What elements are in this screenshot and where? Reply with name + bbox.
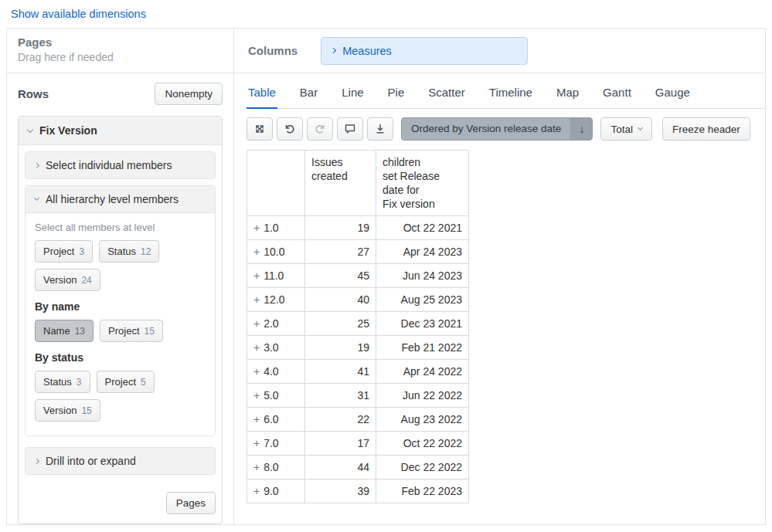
fix-version-panel-body: Select individual members All hierarchy … [19,145,222,481]
level-chip-name[interactable]: Name13 [35,320,94,342]
expand-icon[interactable]: + [253,341,260,354]
expand-icon[interactable]: + [253,293,260,306]
fix-version-panel-header[interactable]: Fix Version [19,117,222,145]
expand-icon[interactable]: + [253,269,260,282]
version-cell: +1.0 [247,216,305,240]
expand-icon[interactable]: + [253,317,260,330]
expand-icon[interactable]: + [253,461,260,473]
level-chip-project[interactable]: Project15 [100,320,163,342]
drill-into-or-expand-bar[interactable]: Drill into or expand [25,447,216,475]
release-date-cell: Dec 23 2021 [376,312,469,336]
version-label[interactable]: 7.0 [264,437,278,449]
tab-pie[interactable]: Pie [386,81,406,108]
columns-zone-title: Columns [248,44,298,57]
version-cell: +9.0 [247,479,305,503]
undo-button[interactable] [277,117,303,141]
report-builder: Show available dimensions Pages Drag her… [0,0,772,531]
order-by-button[interactable]: Ordered by Version release date ↓ [401,117,593,141]
results-table-head: Issues createdchildren set Release date … [247,151,469,216]
level-chips: Project3Status12Version24 [35,240,206,291]
select-individual-members-bar[interactable]: Select individual members [25,151,216,179]
chip-label: Version [43,274,77,286]
order-by-button-label: Ordered by Version release date [402,118,570,140]
table-body: +1.019Oct 22 2021+10.027Apr 24 2023+11.0… [247,216,469,503]
table-row: +3.019Feb 21 2022 [247,336,469,360]
total-dropdown-label: Total [610,124,633,135]
all-hierarchy-levels-header[interactable]: All hierarchy level members [26,186,215,213]
freeze-header-label: Freeze header [672,124,740,135]
release-date-cell: Oct 22 2021 [376,216,469,240]
tab-gantt[interactable]: Gantt [601,81,633,108]
tab-scatter[interactable]: Scatter [427,81,467,108]
dimension-name: Fix Version [39,124,97,137]
version-label[interactable]: 9.0 [264,485,278,497]
issues-created-cell: 22 [305,408,376,432]
level-chip-version[interactable]: Version24 [35,269,100,291]
issues-created-cell: 19 [305,336,376,360]
table-row: +9.039Feb 22 2023 [247,479,469,503]
row-header-spacer [247,151,305,216]
chart-zone: TableBarLinePieScatterTimelineMapGanttGa… [234,73,765,524]
expand-icon[interactable]: + [253,437,260,449]
version-cell: +2.0 [247,312,305,336]
version-label[interactable]: 5.0 [264,389,278,402]
column-header[interactable]: Issues created [305,151,376,216]
table-row: +1.019Oct 22 2021 [247,216,469,240]
expand-icon[interactable]: + [253,222,260,234]
measures-dimension-chip[interactable]: Measures [321,37,528,65]
freeze-header-button[interactable]: Freeze header [662,117,750,141]
tab-bar[interactable]: Bar [298,81,319,108]
redo-button[interactable] [307,117,333,141]
all-hierarchy-levels-content: Select all members at level Project3Stat… [26,213,215,435]
show-dimensions-link[interactable]: Show available dimensions [11,8,146,20]
expand-icon[interactable]: + [253,389,260,402]
version-label[interactable]: 3.0 [264,341,278,354]
chip-label: Name [43,325,70,337]
expand-icon[interactable]: + [253,413,260,425]
version-label[interactable]: 1.0 [264,222,278,234]
move-to-pages-button[interactable]: Pages [166,492,216,514]
version-label[interactable]: 2.0 [264,317,278,330]
version-label[interactable]: 8.0 [264,461,278,473]
level-chip-status[interactable]: Status12 [99,240,159,263]
chip-label: Project [105,376,136,388]
comment-button[interactable] [337,117,363,141]
version-label[interactable]: 12.0 [264,293,284,306]
tab-gauge[interactable]: Gauge [654,81,692,108]
table-row: +4.041Apr 24 2022 [247,360,469,384]
export-button[interactable] [367,117,393,141]
chevron-right-icon [331,48,336,53]
report-board: Pages Drag here if needed Rows Nonempty … [6,28,766,525]
version-label[interactable]: 4.0 [264,365,278,378]
tab-line[interactable]: Line [340,81,365,108]
chip-label: Version [43,405,77,416]
chip-count: 15 [81,405,91,416]
total-dropdown-button[interactable]: Total [600,117,652,141]
level-chip-project[interactable]: Project3 [35,240,93,263]
version-label[interactable]: 10.0 [264,246,284,258]
column-header[interactable]: children set Release date for Fix versio… [376,151,469,216]
expand-icon[interactable]: + [253,365,260,378]
table-row: +6.022Aug 23 2022 [247,408,469,432]
version-label[interactable]: 11.0 [264,269,284,282]
level-chip-project[interactable]: Project5 [97,371,155,393]
pages-drop-zone[interactable]: Pages Drag here if needed [7,29,233,73]
swap-axes-button[interactable] [247,117,273,141]
version-label[interactable]: 6.0 [264,413,278,425]
tab-table[interactable]: Table [247,81,277,109]
swap-axes-icon [253,123,266,135]
nonempty-button[interactable]: Nonempty [155,83,223,105]
table-row: +10.027Apr 24 2023 [247,240,469,264]
expand-icon[interactable]: + [253,485,260,497]
tab-map[interactable]: Map [555,81,580,108]
issues-created-cell: 40 [305,288,376,312]
level-chip-version[interactable]: Version15 [35,399,100,422]
pages-button-row: Pages [19,481,222,524]
tab-timeline[interactable]: Timeline [488,81,534,108]
issues-created-cell: 19 [305,216,376,240]
expand-icon[interactable]: + [253,246,260,258]
release-date-cell: Jun 24 2023 [376,264,469,288]
level-chip-status[interactable]: Status3 [35,371,90,393]
results-table: Issues createdchildren set Release date … [247,150,469,503]
chevron-right-icon [34,162,39,168]
